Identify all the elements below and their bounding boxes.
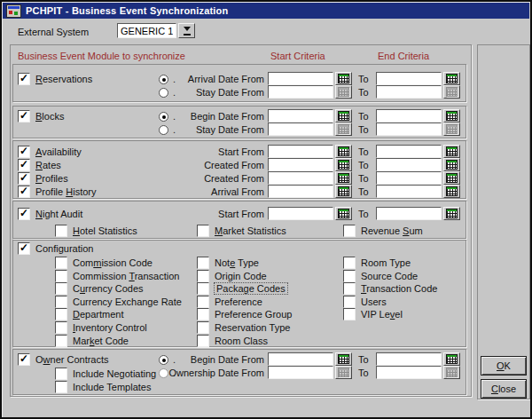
inventory-control-checkbox[interactable] xyxy=(55,321,67,334)
availability-start-input[interactable] xyxy=(268,145,333,158)
night-audit-start-calendar-button[interactable] xyxy=(335,207,352,220)
reservations-arrival-end-input[interactable] xyxy=(376,72,442,85)
blocks-begin-end-input[interactable] xyxy=(376,109,442,123)
source-code-checkbox[interactable] xyxy=(343,270,356,282)
to-label: To xyxy=(358,111,369,122)
close-button[interactable]: Close xyxy=(481,379,527,399)
blocks-stay-end-input[interactable] xyxy=(376,123,442,136)
external-system-dropdown-button[interactable] xyxy=(178,23,195,38)
profiles-end-calendar-button[interactable] xyxy=(443,171,460,185)
calendar-icon xyxy=(338,111,349,121)
blocks-stay-date-from-label: Stay Date From xyxy=(144,124,264,135)
availability-end-calendar-button[interactable] xyxy=(443,145,460,158)
room-type-checkbox[interactable] xyxy=(343,257,356,269)
package-codes-checkbox[interactable] xyxy=(197,282,209,295)
preference-checkbox[interactable] xyxy=(197,296,209,308)
users-checkbox[interactable] xyxy=(343,296,356,308)
reservation-type-checkbox[interactable] xyxy=(197,321,209,334)
availability-end-input[interactable] xyxy=(376,145,442,158)
reservations-stay-start-input[interactable] xyxy=(268,85,333,99)
currency-codes-checkbox[interactable] xyxy=(55,282,67,295)
transaction-code-checkbox[interactable] xyxy=(343,282,356,295)
include-templates-label: Include Templates xyxy=(73,382,151,392)
blocks-begin-end-calendar-button[interactable] xyxy=(443,109,460,123)
currency-exchange-rate-checkbox[interactable] xyxy=(55,296,67,308)
ok-button[interactable]: OK xyxy=(481,356,527,376)
note-type-checkbox[interactable] xyxy=(197,257,209,269)
calendar-icon xyxy=(446,209,458,218)
commission-code-checkbox[interactable] xyxy=(55,257,67,269)
reservations-arrival-start-calendar-button[interactable] xyxy=(335,72,352,85)
profile-history-start-input[interactable] xyxy=(268,185,333,198)
configuration-checkbox[interactable] xyxy=(18,242,30,255)
created-from-label: Created From xyxy=(144,173,264,184)
ownership-date-from-label: Ownership Date From xyxy=(144,368,264,378)
profile-history-end-input[interactable] xyxy=(376,185,442,198)
note-type-row: Note Type xyxy=(197,257,259,269)
to-label: To xyxy=(358,124,369,135)
to-label: To xyxy=(358,146,369,157)
owner-begin-start-calendar-button[interactable] xyxy=(335,352,352,366)
currency-exchange-rate-label: Currency Exchange Rate xyxy=(73,296,182,307)
include-templates-checkbox[interactable] xyxy=(55,381,67,393)
stay-date-from-label: Stay Date From xyxy=(144,87,264,98)
rates-start-input[interactable] xyxy=(268,158,333,171)
revenue-sum-checkbox[interactable] xyxy=(343,225,356,237)
commission-transaction-row: Commission Transaction xyxy=(55,270,179,282)
market-code-checkbox[interactable] xyxy=(55,335,67,347)
titlebar[interactable]: PCHPIT - Business Event Synchronization xyxy=(3,3,529,19)
night-audit-end-calendar-button[interactable] xyxy=(443,207,460,220)
reservations-arrival-end-calendar-button[interactable] xyxy=(443,72,460,85)
blocks-stay-start-input[interactable] xyxy=(268,123,333,136)
blocks-begin-start-input[interactable] xyxy=(268,109,333,123)
vip-level-checkbox[interactable] xyxy=(343,308,356,320)
origin-code-checkbox[interactable] xyxy=(197,270,209,282)
availability-start-calendar-button[interactable] xyxy=(335,145,352,158)
preference-group-checkbox[interactable] xyxy=(197,308,209,320)
owner-begin-end-calendar-button[interactable] xyxy=(443,352,460,366)
department-checkbox[interactable] xyxy=(55,308,67,320)
to-label: To xyxy=(358,186,369,197)
include-negotiating-checkbox[interactable] xyxy=(55,368,67,380)
room-class-checkbox[interactable] xyxy=(197,335,209,347)
market-statistics-label: Market Statistics xyxy=(215,225,286,236)
commission-transaction-checkbox[interactable] xyxy=(55,270,67,282)
rates-end-calendar-button[interactable] xyxy=(443,158,460,171)
origin-code-row: Origin Code xyxy=(197,270,267,282)
night-audit-start-input[interactable] xyxy=(268,207,333,220)
calendar-icon xyxy=(338,160,349,170)
room-class-label: Room Class xyxy=(215,336,268,346)
reservations-arrival-start-input[interactable] xyxy=(268,72,333,85)
currency-codes-row: Currency Codes xyxy=(55,282,144,295)
profiles-end-input[interactable] xyxy=(376,171,442,185)
profiles-start-calendar-button[interactable] xyxy=(335,171,352,185)
hotel-statistics-checkbox[interactable] xyxy=(55,225,67,237)
source-code-label: Source Code xyxy=(361,271,418,281)
to-label: To xyxy=(358,209,369,219)
department-label: Department xyxy=(73,309,123,320)
ownership-end-input[interactable] xyxy=(376,366,442,379)
transaction-code-row: Transaction Code xyxy=(343,282,437,295)
start-criteria-header: Start Criteria xyxy=(270,51,325,61)
profile-history-start-calendar-button[interactable] xyxy=(335,185,352,198)
rates-end-input[interactable] xyxy=(376,158,442,171)
owner-begin-end-input[interactable] xyxy=(376,352,442,366)
preference-group-row: Preference Group xyxy=(197,308,292,320)
app-icon xyxy=(6,4,21,18)
external-system-input[interactable] xyxy=(117,23,176,38)
night-audit-end-input[interactable] xyxy=(376,207,442,220)
reservations-stay-end-input[interactable] xyxy=(376,85,442,99)
rates-start-calendar-button[interactable] xyxy=(335,158,352,171)
calendar-icon xyxy=(338,74,349,83)
profiles-start-input[interactable] xyxy=(268,171,333,185)
calendar-icon xyxy=(446,368,458,377)
blocks-begin-start-calendar-button[interactable] xyxy=(335,109,352,123)
owner-begin-start-input[interactable] xyxy=(268,352,333,366)
package-codes-label: Package Codes xyxy=(215,283,287,294)
market-statistics-checkbox[interactable] xyxy=(197,225,209,237)
profile-history-end-calendar-button[interactable] xyxy=(443,185,460,198)
profile-history-row: Arrival From To xyxy=(2,185,475,199)
blocks-stay-start-calendar-button xyxy=(335,123,352,136)
revenue-sum-label: Revenue Sum xyxy=(361,225,423,236)
ownership-start-input[interactable] xyxy=(268,366,333,379)
